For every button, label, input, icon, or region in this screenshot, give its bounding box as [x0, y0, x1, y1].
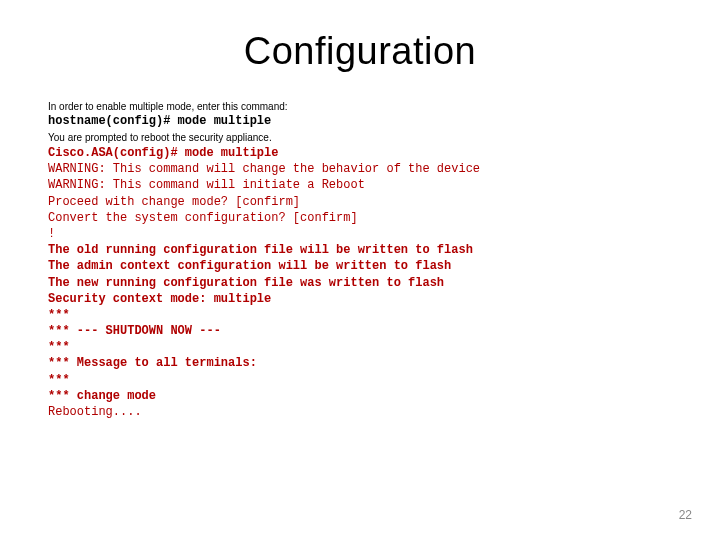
command-line-1: hostname(config)# mode multiple — [48, 114, 672, 128]
term-line: The admin context configuration will be … — [48, 259, 451, 273]
term-line: *** --- SHUTDOWN NOW --- — [48, 324, 221, 338]
term-line: The new running configuration file was w… — [48, 276, 444, 290]
term-line: The old running configuration file will … — [48, 243, 473, 257]
term-line: *** — [48, 340, 70, 354]
term-line: *** change mode — [48, 389, 156, 403]
page-number: 22 — [679, 508, 692, 522]
term-line: WARNING: This command will initiate a Re… — [48, 178, 365, 192]
term-line: *** — [48, 373, 70, 387]
intro-text-2: You are prompted to reboot the security … — [48, 132, 672, 143]
intro-text-1: In order to enable multiple mode, enter … — [48, 101, 672, 112]
term-line: Rebooting.... — [48, 405, 142, 419]
terminal-output: Cisco.ASA(config)# mode multiple WARNING… — [48, 145, 672, 420]
term-line: Proceed with change mode? [confirm] — [48, 195, 300, 209]
term-line: *** Message to all terminals: — [48, 356, 257, 370]
slide: Configuration In order to enable multipl… — [0, 0, 720, 540]
page-title: Configuration — [48, 30, 672, 73]
term-line: Cisco.ASA(config)# mode multiple — [48, 146, 278, 160]
term-line: WARNING: This command will change the be… — [48, 162, 480, 176]
term-line: *** — [48, 308, 70, 322]
term-line: Convert the system configuration? [confi… — [48, 211, 358, 225]
term-line: ! — [48, 227, 55, 241]
term-line: Security context mode: multiple — [48, 292, 271, 306]
